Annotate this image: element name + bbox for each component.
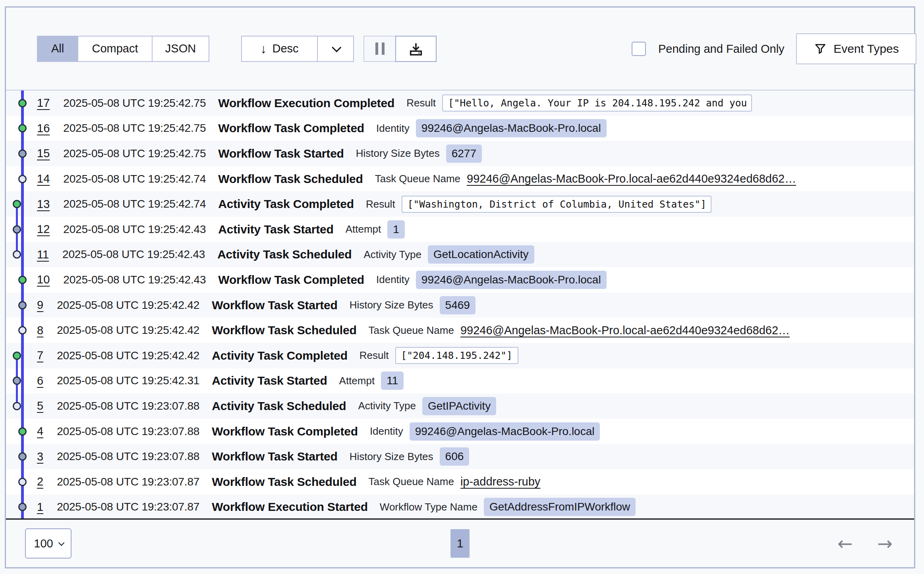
event-row[interactable]: 42025-05-08 UTC 19:23:07.88Workflow Task…	[6, 419, 914, 444]
event-id-link[interactable]: 10	[37, 273, 50, 286]
download-button[interactable]	[395, 36, 437, 62]
view-mode-all[interactable]: All	[38, 37, 77, 61]
event-detail-badge: 11	[381, 372, 404, 390]
event-id-link[interactable]: 14	[37, 172, 50, 185]
event-id-link[interactable]: 3	[37, 450, 43, 463]
event-detail-badge: 5469	[440, 296, 476, 314]
event-row[interactable]: 152025-05-08 UTC 19:25:42.75Workflow Tas…	[6, 141, 914, 166]
event-detail-link[interactable]: ip-address-ruby	[460, 475, 540, 488]
event-status-dot-scheduled	[18, 326, 27, 335]
event-id-link[interactable]: 1	[37, 501, 43, 514]
event-id-link[interactable]: 17	[37, 96, 50, 110]
event-types-button[interactable]: Event Types	[796, 33, 916, 64]
event-row[interactable]: 102025-05-08 UTC 19:25:42.43Workflow Tas…	[6, 267, 914, 293]
event-status-dot-completed	[18, 99, 27, 107]
event-detail-label: Task Queue Name	[375, 173, 460, 185]
event-row[interactable]: 112025-05-08 UTC 19:25:42.43Activity Tas…	[6, 242, 914, 268]
event-timestamp: 2025-05-08 UTC 19:25:42.43	[62, 248, 205, 261]
event-timestamp: 2025-05-08 UTC 19:25:42.42	[57, 324, 199, 337]
event-id-link[interactable]: 6	[37, 374, 43, 387]
event-id-link[interactable]: 11	[37, 248, 49, 261]
sort-options-button[interactable]	[317, 37, 353, 61]
event-detail-label: History Size Bytes	[350, 451, 433, 463]
event-rows: 172025-05-08 UTC 19:25:42.75Workflow Exe…	[6, 91, 914, 520]
playback-export-group	[363, 36, 437, 62]
arrow-left-icon: ←	[837, 533, 853, 554]
event-row[interactable]: 142025-05-08 UTC 19:25:42.74Workflow Tas…	[6, 166, 914, 192]
event-status-dot-started	[18, 503, 27, 511]
event-detail-link[interactable]: 99246@Angelas-MacBook-Pro.local-ae62d440…	[467, 172, 796, 185]
page-size-select[interactable]: 100	[25, 528, 72, 559]
arrow-down-icon: ↓	[260, 42, 267, 55]
event-row[interactable]: 92025-05-08 UTC 19:25:42.42Workflow Task…	[6, 293, 914, 318]
view-mode-compact[interactable]: Compact	[77, 37, 152, 61]
view-mode-json[interactable]: JSON	[152, 37, 209, 61]
event-detail-label: Attempt	[346, 223, 381, 235]
event-detail-badge: GetIPActivity	[422, 397, 496, 415]
pending-failed-checkbox[interactable]	[632, 42, 646, 56]
event-name: Workflow Task Completed	[212, 425, 358, 438]
arrow-right-icon: →	[877, 533, 893, 554]
event-row[interactable]: 82025-05-08 UTC 19:25:42.42Workflow Task…	[6, 318, 914, 343]
pause-button[interactable]	[363, 36, 396, 62]
event-detail-label: Activity Type	[363, 248, 421, 261]
event-timestamp: 2025-05-08 UTC 19:25:42.43	[63, 223, 206, 236]
funnel-icon	[814, 42, 827, 56]
current-page-number: 1	[457, 537, 464, 550]
event-detail-label: Task Queue Name	[369, 476, 454, 488]
event-row[interactable]: 32025-05-08 UTC 19:23:07.88Workflow Task…	[6, 444, 914, 469]
event-id-link[interactable]: 8	[37, 324, 43, 337]
event-id-link[interactable]: 12	[37, 223, 50, 236]
event-status-dot-completed	[13, 351, 21, 360]
event-detail-code-value: ["Washington, District of Columbia, Unit…	[402, 196, 711, 213]
event-id-link[interactable]: 7	[37, 349, 43, 362]
event-timestamp: 2025-05-08 UTC 19:25:42.43	[63, 274, 206, 286]
event-timestamp: 2025-05-08 UTC 19:23:07.88	[57, 450, 199, 463]
download-icon	[408, 41, 424, 57]
event-history-toolbar: All Compact JSON ↓ Desc	[6, 8, 914, 91]
sort-control: ↓ Desc	[241, 36, 354, 62]
event-row[interactable]: 62025-05-08 UTC 19:25:42.31Activity Task…	[6, 368, 914, 394]
sort-desc-button[interactable]: ↓ Desc	[242, 37, 317, 61]
event-id-link[interactable]: 4	[37, 425, 43, 438]
event-row[interactable]: 52025-05-08 UTC 19:23:07.88Activity Task…	[6, 393, 914, 419]
event-detail-code-value: ["204.148.195.242"]	[395, 347, 518, 364]
chevron-down-icon	[58, 539, 65, 546]
event-id-link[interactable]: 5	[37, 399, 43, 412]
event-detail-link[interactable]: 99246@Angelas-MacBook-Pro.local-ae62d440…	[460, 324, 790, 337]
event-name: Workflow Task Scheduled	[212, 475, 356, 489]
event-id-link[interactable]: 9	[37, 299, 43, 312]
event-detail-badge: GetAddressFromIPWorkflow	[484, 498, 636, 516]
event-row[interactable]: 12025-05-08 UTC 19:23:07.87Workflow Exec…	[6, 495, 914, 520]
event-row[interactable]: 132025-05-08 UTC 19:25:42.74Activity Tas…	[6, 191, 914, 217]
event-id-link[interactable]: 16	[37, 122, 50, 135]
pending-failed-label: Pending and Failed Only	[658, 42, 785, 55]
event-name: Activity Task Completed	[212, 349, 348, 362]
event-status-dot-completed	[18, 275, 27, 284]
next-page-button[interactable]: →	[875, 534, 895, 553]
event-detail-badge: 99246@Angelas-MacBook-Pro.local	[410, 422, 600, 441]
event-name: Activity Task Started	[218, 223, 333, 236]
event-status-dot-scheduled	[18, 478, 27, 486]
current-page-badge[interactable]: 1	[450, 529, 470, 558]
event-detail-badge: 6277	[446, 144, 482, 163]
event-row[interactable]: 122025-05-08 UTC 19:25:42.43Activity Tas…	[6, 217, 914, 242]
event-id-link[interactable]: 2	[37, 475, 43, 488]
event-id-link[interactable]: 15	[37, 147, 50, 160]
event-row[interactable]: 172025-05-08 UTC 19:25:42.75Workflow Exe…	[6, 91, 914, 116]
event-name: Workflow Execution Completed	[218, 96, 394, 110]
event-name: Workflow Task Completed	[218, 121, 364, 135]
event-status-dot-started	[18, 453, 27, 461]
event-detail-label: Task Queue Name	[369, 324, 454, 337]
event-name: Activity Task Completed	[218, 197, 354, 211]
event-name: Workflow Task Scheduled	[212, 324, 356, 337]
event-detail-label: Identity	[376, 274, 410, 286]
event-row[interactable]: 162025-05-08 UTC 19:25:42.75Workflow Tas…	[6, 116, 914, 141]
event-row[interactable]: 22025-05-08 UTC 19:23:07.87Workflow Task…	[6, 469, 914, 495]
prev-page-button[interactable]: ←	[835, 534, 855, 553]
event-row[interactable]: 72025-05-08 UTC 19:25:42.42Activity Task…	[6, 343, 914, 368]
event-id-link[interactable]: 13	[37, 198, 50, 211]
event-detail-label: Attempt	[339, 375, 375, 387]
event-detail-label: Identity	[370, 425, 403, 437]
event-status-dot-scheduled	[13, 402, 21, 410]
